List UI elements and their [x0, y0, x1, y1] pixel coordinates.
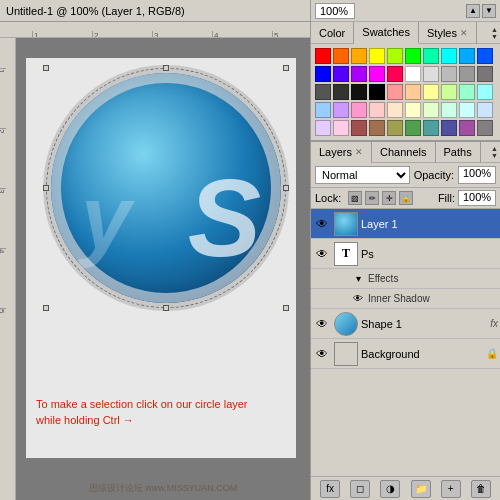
swatch-48[interactable]: [459, 120, 475, 136]
new-layer-btn[interactable]: +: [441, 480, 461, 498]
new-adjustment-btn[interactable]: ◑: [380, 480, 400, 498]
swatch-2[interactable]: [351, 48, 367, 64]
layers-scroll-down[interactable]: ▼: [491, 152, 498, 159]
swatch-20[interactable]: [315, 84, 331, 100]
blend-mode-select[interactable]: Normal Multiply Screen: [315, 166, 410, 184]
lock-transparency-btn[interactable]: ▨: [348, 191, 362, 205]
fill-value[interactable]: 100%: [458, 190, 496, 206]
swatch-24[interactable]: [387, 84, 403, 100]
ps-eye[interactable]: 👁: [313, 245, 331, 263]
layer1-eye[interactable]: 👁: [313, 215, 331, 233]
swatch-49[interactable]: [477, 120, 493, 136]
opacity-value[interactable]: 100%: [458, 166, 496, 184]
handle-ml: [43, 185, 49, 191]
swatch-40[interactable]: [315, 120, 331, 136]
tab-paths[interactable]: Paths: [436, 141, 481, 163]
canvas-content: y S To mak: [16, 38, 310, 500]
fill-label: Fill:: [438, 192, 455, 204]
new-group-btn[interactable]: 📁: [411, 480, 431, 498]
swatch-17[interactable]: [441, 66, 457, 82]
swatch-44[interactable]: [387, 120, 403, 136]
swatch-14[interactable]: [387, 66, 403, 82]
layers-list: 👁 Layer 1 👁 T Ps ▾ Effects 👁 Inne: [311, 209, 500, 476]
swatch-13[interactable]: [369, 66, 385, 82]
scroll-down-icon[interactable]: ▼: [491, 33, 498, 40]
layers-close-icon[interactable]: ✕: [355, 147, 363, 157]
swatch-11[interactable]: [333, 66, 349, 82]
swatch-46[interactable]: [423, 120, 439, 136]
swatch-32[interactable]: [351, 102, 367, 118]
add-mask-btn[interactable]: ◻: [350, 480, 370, 498]
swatch-8[interactable]: [459, 48, 475, 64]
swatch-21[interactable]: [333, 84, 349, 100]
swatch-26[interactable]: [423, 84, 439, 100]
shape1-eye[interactable]: 👁: [313, 315, 331, 333]
zoom-display[interactable]: 100%: [315, 3, 355, 19]
swatch-38[interactable]: [459, 102, 475, 118]
swatch-30[interactable]: [315, 102, 331, 118]
innershadow-eye: 👁: [351, 293, 365, 304]
swatch-5[interactable]: [405, 48, 421, 64]
swatch-18[interactable]: [459, 66, 475, 82]
swatch-33[interactable]: [369, 102, 385, 118]
swatch-7[interactable]: [441, 48, 457, 64]
scroll-up-icon[interactable]: ▲: [491, 26, 498, 33]
tab-swatches[interactable]: Swatches: [354, 22, 419, 44]
top-bar-arrows: ▲ ▼: [466, 4, 496, 18]
canvas-area: Untitled-1 @ 100% (Layer 1, RGB/8) 1 2 3…: [0, 0, 310, 500]
tab-channels[interactable]: Channels: [372, 141, 435, 163]
add-style-btn[interactable]: fx: [320, 480, 340, 498]
handle-bl: [43, 305, 49, 311]
bg-lock-icon: 🔒: [486, 348, 498, 359]
swatch-23[interactable]: [369, 84, 385, 100]
swatch-43[interactable]: [369, 120, 385, 136]
swatch-9[interactable]: [477, 48, 493, 64]
swatch-16[interactable]: [423, 66, 439, 82]
scroll-up-btn[interactable]: ▲: [466, 4, 480, 18]
swatch-41[interactable]: [333, 120, 349, 136]
layer-row-ps[interactable]: 👁 T Ps: [311, 239, 500, 269]
swatch-42[interactable]: [351, 120, 367, 136]
tab-color[interactable]: Color: [311, 22, 354, 44]
swatch-15[interactable]: [405, 66, 421, 82]
swatch-25[interactable]: [405, 84, 421, 100]
layers-scroll-up[interactable]: ▲: [491, 145, 498, 152]
swatch-22[interactable]: [351, 84, 367, 100]
layer-row-background[interactable]: 👁 Background 🔒: [311, 339, 500, 369]
swatch-47[interactable]: [441, 120, 457, 136]
lock-all-btn[interactable]: 🔒: [399, 191, 413, 205]
layer-sub-effects: ▾ Effects: [311, 269, 500, 289]
scroll-down-btn[interactable]: ▼: [482, 4, 496, 18]
bg-name: Background: [361, 348, 486, 360]
swatch-39[interactable]: [477, 102, 493, 118]
swatch-1[interactable]: [333, 48, 349, 64]
lock-position-btn[interactable]: ✛: [382, 191, 396, 205]
swatch-0[interactable]: [315, 48, 331, 64]
swatch-29[interactable]: [477, 84, 493, 100]
swatch-10[interactable]: [315, 66, 331, 82]
swatch-31[interactable]: [333, 102, 349, 118]
app-container: Untitled-1 @ 100% (Layer 1, RGB/8) 1 2 3…: [0, 0, 500, 500]
layer-row-layer1[interactable]: 👁 Layer 1: [311, 209, 500, 239]
lock-paint-btn[interactable]: ✏: [365, 191, 379, 205]
swatch-36[interactable]: [423, 102, 439, 118]
swatch-3[interactable]: [369, 48, 385, 64]
swatch-45[interactable]: [405, 120, 421, 136]
tab-layers[interactable]: Layers ✕: [311, 142, 372, 164]
swatch-34[interactable]: [387, 102, 403, 118]
delete-layer-btn[interactable]: 🗑: [471, 480, 491, 498]
swatch-28[interactable]: [459, 84, 475, 100]
layer-row-shape1[interactable]: 👁 Shape 1 fx: [311, 309, 500, 339]
handle-tr: [283, 65, 289, 71]
circle-container: y S: [46, 68, 286, 308]
tab-styles[interactable]: Styles ✕: [419, 22, 477, 44]
swatch-19[interactable]: [477, 66, 493, 82]
swatch-6[interactable]: [423, 48, 439, 64]
swatch-35[interactable]: [405, 102, 421, 118]
swatch-37[interactable]: [441, 102, 457, 118]
swatch-4[interactable]: [387, 48, 403, 64]
swatch-12[interactable]: [351, 66, 367, 82]
swatch-27[interactable]: [441, 84, 457, 100]
styles-close-icon[interactable]: ✕: [460, 28, 468, 38]
bg-eye[interactable]: 👁: [313, 345, 331, 363]
